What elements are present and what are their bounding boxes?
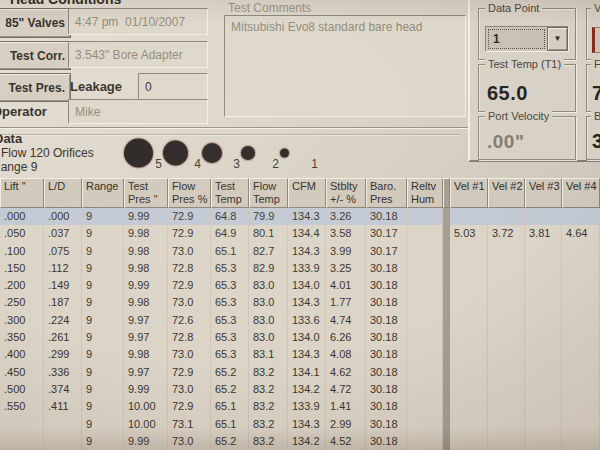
table-row[interactable]: .100.07599.9873.065.182.7134.33.9930.17 bbox=[0, 243, 600, 260]
table-cell bbox=[488, 260, 525, 277]
table-cell bbox=[525, 364, 562, 381]
data-point-dropdown-button[interactable]: ▼ bbox=[547, 27, 568, 51]
table-row[interactable]: .350.26199.9772.865.383.0134.06.2630.18 bbox=[0, 329, 600, 346]
table-cell bbox=[450, 277, 488, 294]
table-cell bbox=[407, 294, 443, 311]
cutoff-v-field[interactable] bbox=[592, 27, 600, 53]
header-line1: Test bbox=[215, 180, 248, 193]
test-comments-textarea[interactable]: Mitsubishi Evo8 standard bare head bbox=[224, 15, 466, 117]
table-cell: 83.2 bbox=[249, 416, 288, 433]
bore-adapter-field[interactable]: 3.543" Bore Adapter bbox=[68, 41, 208, 68]
table-cell bbox=[488, 433, 525, 450]
table-cell: 3.25 bbox=[326, 260, 366, 277]
table-header-cell: CFM bbox=[288, 178, 326, 208]
data-point-label: Data Point bbox=[485, 2, 542, 15]
leakage-field[interactable]: 0 bbox=[138, 73, 208, 100]
orifice-dot-label: 1 bbox=[311, 157, 318, 171]
test-pres-button[interactable]: Test Pres. bbox=[0, 73, 71, 102]
table-row[interactable]: .200.14999.9972.965.383.0134.04.0130.18 bbox=[0, 277, 600, 294]
table-cell bbox=[562, 364, 600, 381]
orifice-dot-group: 5 bbox=[124, 137, 163, 168]
table-cell: 73.1 bbox=[168, 416, 211, 433]
table-row[interactable]: 99.9973.065.283.2134.24.5230.18 bbox=[0, 433, 600, 450]
table-cell: 30.18 bbox=[366, 416, 407, 433]
table-cell: 9.98 bbox=[124, 243, 168, 260]
table-header-row: Lift "L/DRangeTestPres "FlowPres %TestTe… bbox=[0, 178, 600, 208]
table-cell: 65.3 bbox=[211, 260, 249, 277]
table-cell: 9.98 bbox=[124, 225, 168, 242]
table-row[interactable]: .500.37499.9973.065.283.2134.24.7230.18 bbox=[0, 381, 600, 398]
table-row[interactable]: .150.11299.9872.865.382.9133.93.2530.18 bbox=[0, 260, 600, 277]
table-cell: 9.98 bbox=[124, 346, 168, 363]
valves-button[interactable]: 85" Valves bbox=[0, 8, 71, 38]
table-cell: 30.18 bbox=[366, 260, 407, 277]
table-cell bbox=[407, 260, 443, 277]
table-cell: 9 bbox=[82, 381, 124, 398]
table-cell: 72.8 bbox=[168, 329, 211, 346]
table-header-cell: Vel #3 bbox=[525, 178, 562, 208]
orifice-flow-label: Flow 120 Orifices bbox=[1, 146, 94, 160]
orifice-dot-label: 5 bbox=[155, 157, 162, 171]
table-row[interactable]: .300.22499.9772.665.383.0133.64.7430.18 bbox=[0, 312, 600, 329]
data-point-select[interactable]: 1 ▼ bbox=[485, 26, 569, 52]
table-divider-cell bbox=[443, 398, 450, 415]
table-row[interactable]: 910.0073.165.183.2134.32.9930.18 bbox=[0, 416, 600, 433]
table-cell: 2.99 bbox=[326, 416, 366, 433]
header-line2: +/- % bbox=[330, 193, 365, 206]
table-cell: 3.26 bbox=[326, 208, 366, 225]
table-cell: 83.0 bbox=[249, 312, 288, 329]
table-row[interactable]: .250.18799.9873.065.383.0134.31.7730.18 bbox=[0, 294, 600, 311]
datetime-field[interactable]: 4:47 pm 01/10/2007 bbox=[68, 8, 208, 35]
table-cell: 9 bbox=[82, 364, 124, 381]
table-cell bbox=[407, 346, 443, 363]
test-corr-button[interactable]: Test Corr. bbox=[0, 41, 71, 70]
table-cell: 134.2 bbox=[288, 433, 326, 450]
table-row[interactable]: .550.411910.0072.965.183.2133.91.4130.18 bbox=[0, 398, 600, 415]
table-cell: 83.0 bbox=[249, 277, 288, 294]
table-cell bbox=[450, 208, 488, 225]
table-cell: 9 bbox=[82, 398, 124, 415]
table-header-divider bbox=[443, 178, 450, 208]
test-temp-group: Test Temp (T1) 65.0 bbox=[478, 64, 576, 112]
table-cell: 65.3 bbox=[211, 346, 249, 363]
table-cell: 9.99 bbox=[124, 208, 168, 225]
table-cell bbox=[450, 260, 488, 277]
table-cell: 65.3 bbox=[211, 294, 249, 311]
table-cell bbox=[450, 433, 488, 450]
header-line2: Pres " bbox=[128, 193, 167, 206]
table-divider-cell bbox=[443, 381, 450, 398]
table-cell: 30.18 bbox=[366, 346, 407, 363]
table-cell: 9.97 bbox=[124, 364, 168, 381]
table-cell bbox=[525, 416, 562, 433]
table-cell: 30.18 bbox=[366, 294, 407, 311]
table-cell bbox=[562, 381, 600, 398]
port-velocity-group: Port Velocity .00" bbox=[478, 116, 576, 160]
table-cell: 72.9 bbox=[168, 225, 211, 242]
table-cell bbox=[407, 381, 443, 398]
table-cell: 9.97 bbox=[124, 312, 168, 329]
table-row[interactable]: .000.00099.9972.964.879.9134.33.2630.18 bbox=[0, 208, 600, 225]
header-line1: Flow bbox=[253, 180, 287, 193]
operator-label: Operator bbox=[0, 104, 47, 119]
header-line1: Vel #1 bbox=[454, 180, 487, 193]
table-row[interactable]: .050.03799.9872.964.980.1134.43.5830.175… bbox=[0, 225, 600, 242]
table-cell: 30.18 bbox=[366, 208, 407, 225]
table-cell bbox=[488, 208, 525, 225]
table-cell: .050 bbox=[0, 225, 44, 242]
orifice-dot-icon bbox=[163, 140, 188, 165]
table-cell: 4.64 bbox=[562, 225, 600, 242]
operator-field[interactable]: Mike bbox=[68, 99, 208, 124]
table-cell bbox=[407, 225, 443, 242]
table-cell: .300 bbox=[0, 312, 44, 329]
table-cell bbox=[488, 294, 525, 311]
cutoff-group-v: V bbox=[586, 8, 600, 60]
test-comments-label: Test Comments bbox=[228, 1, 311, 15]
table-cell bbox=[450, 416, 488, 433]
table-cell: .112 bbox=[44, 260, 82, 277]
table-cell: 9.99 bbox=[124, 433, 168, 450]
table-cell bbox=[562, 312, 600, 329]
table-row[interactable]: .400.29999.9873.065.383.1134.34.0830.18 bbox=[0, 346, 600, 363]
table-cell: 30.18 bbox=[366, 329, 407, 346]
table-cell: 9 bbox=[82, 243, 124, 260]
table-row[interactable]: .450.33699.9772.965.283.2134.14.6230.18 bbox=[0, 364, 600, 381]
